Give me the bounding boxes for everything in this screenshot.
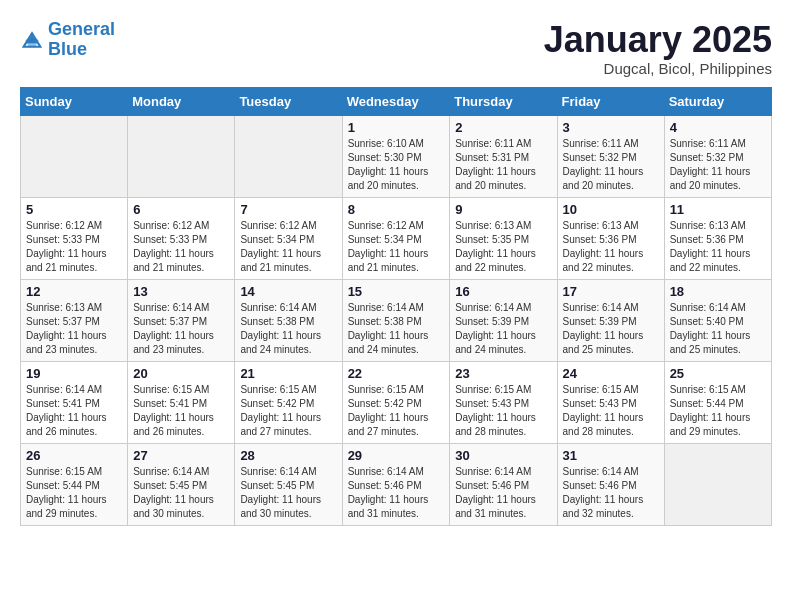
calendar-cell: 25Sunrise: 6:15 AM Sunset: 5:44 PM Dayli… [664, 361, 771, 443]
weekday-header: Saturday [664, 87, 771, 115]
calendar-cell: 7Sunrise: 6:12 AM Sunset: 5:34 PM Daylig… [235, 197, 342, 279]
day-info: Sunrise: 6:13 AM Sunset: 5:37 PM Dayligh… [26, 301, 122, 357]
logo-icon [20, 30, 44, 50]
day-info: Sunrise: 6:14 AM Sunset: 5:46 PM Dayligh… [348, 465, 445, 521]
calendar-cell: 12Sunrise: 6:13 AM Sunset: 5:37 PM Dayli… [21, 279, 128, 361]
day-number: 24 [563, 366, 659, 381]
title-area: January 2025 Dugcal, Bicol, Philippines [544, 20, 772, 77]
weekday-header-row: SundayMondayTuesdayWednesdayThursdayFrid… [21, 87, 772, 115]
weekday-header: Friday [557, 87, 664, 115]
day-info: Sunrise: 6:15 AM Sunset: 5:43 PM Dayligh… [563, 383, 659, 439]
calendar-cell [21, 115, 128, 197]
day-number: 1 [348, 120, 445, 135]
calendar-week-row: 19Sunrise: 6:14 AM Sunset: 5:41 PM Dayli… [21, 361, 772, 443]
calendar-cell: 6Sunrise: 6:12 AM Sunset: 5:33 PM Daylig… [128, 197, 235, 279]
calendar-cell: 22Sunrise: 6:15 AM Sunset: 5:42 PM Dayli… [342, 361, 450, 443]
calendar-cell: 30Sunrise: 6:14 AM Sunset: 5:46 PM Dayli… [450, 443, 557, 525]
month-title: January 2025 [544, 20, 772, 60]
day-info: Sunrise: 6:14 AM Sunset: 5:38 PM Dayligh… [240, 301, 336, 357]
day-info: Sunrise: 6:14 AM Sunset: 5:45 PM Dayligh… [133, 465, 229, 521]
subtitle: Dugcal, Bicol, Philippines [544, 60, 772, 77]
weekday-header: Sunday [21, 87, 128, 115]
day-number: 4 [670, 120, 766, 135]
day-number: 28 [240, 448, 336, 463]
day-info: Sunrise: 6:12 AM Sunset: 5:34 PM Dayligh… [240, 219, 336, 275]
day-number: 14 [240, 284, 336, 299]
day-info: Sunrise: 6:14 AM Sunset: 5:40 PM Dayligh… [670, 301, 766, 357]
calendar-cell: 28Sunrise: 6:14 AM Sunset: 5:45 PM Dayli… [235, 443, 342, 525]
logo-text: General Blue [48, 20, 115, 60]
calendar-cell: 5Sunrise: 6:12 AM Sunset: 5:33 PM Daylig… [21, 197, 128, 279]
calendar-cell: 9Sunrise: 6:13 AM Sunset: 5:35 PM Daylig… [450, 197, 557, 279]
day-info: Sunrise: 6:15 AM Sunset: 5:43 PM Dayligh… [455, 383, 551, 439]
weekday-header: Wednesday [342, 87, 450, 115]
day-info: Sunrise: 6:11 AM Sunset: 5:32 PM Dayligh… [670, 137, 766, 193]
calendar-cell: 17Sunrise: 6:14 AM Sunset: 5:39 PM Dayli… [557, 279, 664, 361]
day-number: 10 [563, 202, 659, 217]
day-number: 25 [670, 366, 766, 381]
day-number: 7 [240, 202, 336, 217]
weekday-header: Monday [128, 87, 235, 115]
day-info: Sunrise: 6:15 AM Sunset: 5:41 PM Dayligh… [133, 383, 229, 439]
calendar-cell: 14Sunrise: 6:14 AM Sunset: 5:38 PM Dayli… [235, 279, 342, 361]
day-number: 15 [348, 284, 445, 299]
day-number: 19 [26, 366, 122, 381]
calendar-cell: 18Sunrise: 6:14 AM Sunset: 5:40 PM Dayli… [664, 279, 771, 361]
day-info: Sunrise: 6:14 AM Sunset: 5:37 PM Dayligh… [133, 301, 229, 357]
day-info: Sunrise: 6:14 AM Sunset: 5:38 PM Dayligh… [348, 301, 445, 357]
page-header: General Blue January 2025 Dugcal, Bicol,… [20, 20, 772, 77]
day-info: Sunrise: 6:11 AM Sunset: 5:31 PM Dayligh… [455, 137, 551, 193]
day-number: 12 [26, 284, 122, 299]
day-number: 26 [26, 448, 122, 463]
day-info: Sunrise: 6:14 AM Sunset: 5:46 PM Dayligh… [563, 465, 659, 521]
day-info: Sunrise: 6:14 AM Sunset: 5:39 PM Dayligh… [563, 301, 659, 357]
calendar-table: SundayMondayTuesdayWednesdayThursdayFrid… [20, 87, 772, 526]
day-info: Sunrise: 6:12 AM Sunset: 5:33 PM Dayligh… [133, 219, 229, 275]
day-number: 17 [563, 284, 659, 299]
day-info: Sunrise: 6:15 AM Sunset: 5:44 PM Dayligh… [670, 383, 766, 439]
calendar-cell: 2Sunrise: 6:11 AM Sunset: 5:31 PM Daylig… [450, 115, 557, 197]
calendar-cell: 23Sunrise: 6:15 AM Sunset: 5:43 PM Dayli… [450, 361, 557, 443]
calendar-cell: 1Sunrise: 6:10 AM Sunset: 5:30 PM Daylig… [342, 115, 450, 197]
day-number: 13 [133, 284, 229, 299]
day-info: Sunrise: 6:14 AM Sunset: 5:46 PM Dayligh… [455, 465, 551, 521]
day-info: Sunrise: 6:10 AM Sunset: 5:30 PM Dayligh… [348, 137, 445, 193]
day-number: 27 [133, 448, 229, 463]
calendar-cell: 19Sunrise: 6:14 AM Sunset: 5:41 PM Dayli… [21, 361, 128, 443]
day-info: Sunrise: 6:15 AM Sunset: 5:42 PM Dayligh… [348, 383, 445, 439]
day-number: 16 [455, 284, 551, 299]
day-number: 6 [133, 202, 229, 217]
calendar-cell: 8Sunrise: 6:12 AM Sunset: 5:34 PM Daylig… [342, 197, 450, 279]
day-number: 23 [455, 366, 551, 381]
weekday-header: Tuesday [235, 87, 342, 115]
logo: General Blue [20, 20, 115, 60]
day-number: 18 [670, 284, 766, 299]
calendar-cell: 4Sunrise: 6:11 AM Sunset: 5:32 PM Daylig… [664, 115, 771, 197]
day-info: Sunrise: 6:11 AM Sunset: 5:32 PM Dayligh… [563, 137, 659, 193]
calendar-week-row: 26Sunrise: 6:15 AM Sunset: 5:44 PM Dayli… [21, 443, 772, 525]
calendar-cell: 16Sunrise: 6:14 AM Sunset: 5:39 PM Dayli… [450, 279, 557, 361]
calendar-cell: 26Sunrise: 6:15 AM Sunset: 5:44 PM Dayli… [21, 443, 128, 525]
day-number: 8 [348, 202, 445, 217]
day-info: Sunrise: 6:13 AM Sunset: 5:35 PM Dayligh… [455, 219, 551, 275]
calendar-week-row: 5Sunrise: 6:12 AM Sunset: 5:33 PM Daylig… [21, 197, 772, 279]
day-number: 20 [133, 366, 229, 381]
day-info: Sunrise: 6:13 AM Sunset: 5:36 PM Dayligh… [670, 219, 766, 275]
day-info: Sunrise: 6:12 AM Sunset: 5:33 PM Dayligh… [26, 219, 122, 275]
calendar-cell: 10Sunrise: 6:13 AM Sunset: 5:36 PM Dayli… [557, 197, 664, 279]
calendar-cell: 31Sunrise: 6:14 AM Sunset: 5:46 PM Dayli… [557, 443, 664, 525]
day-number: 3 [563, 120, 659, 135]
calendar-cell [235, 115, 342, 197]
day-info: Sunrise: 6:14 AM Sunset: 5:39 PM Dayligh… [455, 301, 551, 357]
calendar-cell: 3Sunrise: 6:11 AM Sunset: 5:32 PM Daylig… [557, 115, 664, 197]
day-number: 29 [348, 448, 445, 463]
day-info: Sunrise: 6:14 AM Sunset: 5:45 PM Dayligh… [240, 465, 336, 521]
day-number: 31 [563, 448, 659, 463]
calendar-cell: 27Sunrise: 6:14 AM Sunset: 5:45 PM Dayli… [128, 443, 235, 525]
calendar-cell: 29Sunrise: 6:14 AM Sunset: 5:46 PM Dayli… [342, 443, 450, 525]
calendar-cell: 24Sunrise: 6:15 AM Sunset: 5:43 PM Dayli… [557, 361, 664, 443]
day-info: Sunrise: 6:14 AM Sunset: 5:41 PM Dayligh… [26, 383, 122, 439]
calendar-cell: 15Sunrise: 6:14 AM Sunset: 5:38 PM Dayli… [342, 279, 450, 361]
day-number: 30 [455, 448, 551, 463]
weekday-header: Thursday [450, 87, 557, 115]
